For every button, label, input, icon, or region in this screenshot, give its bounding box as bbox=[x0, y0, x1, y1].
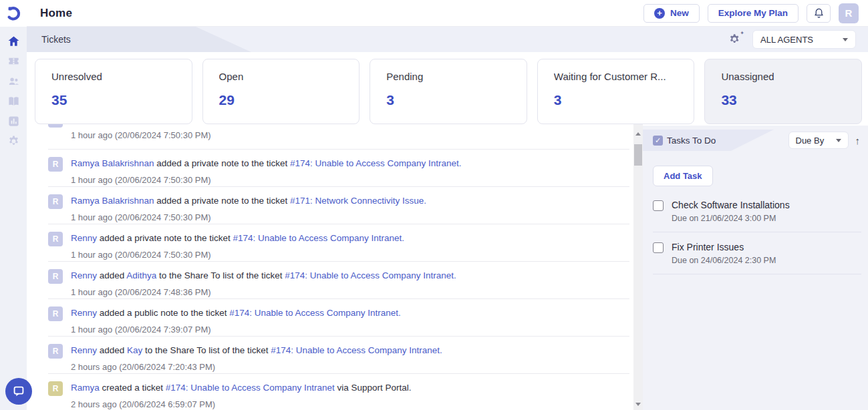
stat-label: Unassigned bbox=[721, 71, 845, 82]
header-actions: + New Explore My Plan R bbox=[643, 3, 859, 23]
feed-timestamp: 1 hour ago (20/06/2024 7:50:30 PM) bbox=[71, 250, 404, 260]
feed-timestamp: 1 hour ago (20/06/2024 7:39:07 PM) bbox=[71, 325, 401, 335]
feed-scrollbar[interactable] bbox=[633, 124, 643, 410]
feed-link[interactable]: Ramya Balakrishnan bbox=[71, 158, 154, 168]
explore-my-plan-button[interactable]: Explore My Plan bbox=[708, 4, 799, 23]
chat-widget-button[interactable] bbox=[5, 378, 32, 405]
new-button[interactable]: + New bbox=[643, 4, 700, 23]
add-task-button[interactable]: Add Task bbox=[653, 166, 713, 186]
tickets-toolbar: Tickets ✦ ALL AGENTS bbox=[27, 27, 868, 52]
sidebar-item-tickets[interactable] bbox=[7, 54, 20, 67]
tickets-icon bbox=[7, 55, 20, 67]
sidebar-item-home[interactable] bbox=[7, 34, 20, 47]
feed-text-segment: added a private note to the ticket bbox=[154, 196, 290, 206]
feed-link[interactable]: Renny bbox=[71, 270, 97, 280]
stat-card-open[interactable]: Open 29 bbox=[202, 59, 360, 124]
notifications-button[interactable] bbox=[807, 4, 831, 23]
task-list: Check Software InstallationsDue on 21/06… bbox=[653, 190, 861, 274]
feed-text-segment: added a private note to the ticket bbox=[154, 158, 290, 168]
feed-link[interactable]: #174: Unable to Access Company Intranet bbox=[166, 383, 335, 393]
sidebar-item-solutions[interactable] bbox=[7, 94, 20, 108]
stat-label: Waiting for Customer R... bbox=[554, 71, 678, 82]
tasks-panel-title: Tasks To Do bbox=[667, 136, 716, 146]
ticket-stats-row: Unresolved 35 Open 29 Pending 3 Waiting … bbox=[35, 59, 862, 124]
feed-text-segment: added a public note to the ticket bbox=[97, 308, 229, 318]
feed-link[interactable]: Adithya bbox=[126, 270, 156, 280]
tasks-header-controls: Due By ↑ bbox=[788, 132, 861, 149]
agents-filter-dropdown[interactable]: ALL AGENTS bbox=[752, 30, 856, 49]
new-button-label: New bbox=[670, 8, 689, 18]
feed-link[interactable]: #174: Unable to Access Company Intranet. bbox=[233, 233, 404, 243]
scroll-up-arrow-icon[interactable] bbox=[635, 132, 641, 136]
feed-link[interactable]: Renny bbox=[71, 308, 97, 318]
stat-card-pending[interactable]: Pending 3 bbox=[370, 59, 527, 124]
feed-item: RRamya Balakrishnan added a private note… bbox=[48, 187, 629, 224]
feed-timestamp: 1 hour ago (20/06/2024 7:50:30 PM) bbox=[71, 175, 462, 185]
feed-timestamp: 1 hour ago (20/06/2024 7:50:30 PM) bbox=[71, 130, 629, 140]
tasks-header-checkbox[interactable]: ✓ bbox=[653, 136, 663, 146]
stat-value: 3 bbox=[554, 92, 678, 108]
stat-card-unassigned[interactable]: Unassigned 33 bbox=[704, 59, 862, 124]
feed-link[interactable]: Renny bbox=[71, 233, 97, 243]
top-header-bar: Home + New Explore My Plan R bbox=[27, 0, 868, 27]
feed-item: RRamya created a ticket #174: Unable to … bbox=[48, 374, 629, 410]
feed-link[interactable]: #174: Unable to Access Company Intranet. bbox=[229, 308, 401, 318]
feed-text-segment: to the Share To list of the ticket bbox=[142, 345, 271, 355]
user-profile-avatar[interactable]: R bbox=[839, 3, 859, 23]
task-checkbox[interactable] bbox=[653, 200, 664, 211]
task-checkbox[interactable] bbox=[653, 242, 664, 253]
feed-link[interactable]: Ramya Balakrishnan bbox=[71, 196, 154, 206]
feed-link[interactable]: Renny bbox=[71, 345, 97, 355]
feed-link[interactable]: #174: Unable to Access Company Intranet. bbox=[290, 158, 462, 168]
sidebar-item-contacts[interactable] bbox=[7, 74, 20, 87]
tickets-tab-label: Tickets bbox=[41, 34, 71, 45]
feed-link[interactable]: #171: Network Connectivity Issue. bbox=[290, 196, 426, 206]
sort-direction-icon[interactable]: ↑ bbox=[855, 135, 861, 146]
brand-swirl-icon bbox=[5, 5, 21, 21]
task-body: Check Software InstallationsDue on 21/06… bbox=[672, 200, 790, 223]
feed-item: RRenny added Adithya to the Share To lis… bbox=[48, 262, 629, 299]
stat-card-waiting-customer[interactable]: Waiting for Customer R... 3 bbox=[537, 59, 695, 124]
feed-text-segment: to the Share To list of the ticket bbox=[156, 270, 285, 280]
feed-item-partial: R 1 hour ago (20/06/2024 7:50:30 PM) bbox=[48, 124, 629, 150]
activity-feed: R 1 hour ago (20/06/2024 7:50:30 PM) RRa… bbox=[48, 124, 629, 410]
feed-text: Ramya created a ticket #174: Unable to A… bbox=[71, 381, 412, 395]
feed-item-body: Renny added Adithya to the Share To list… bbox=[71, 269, 456, 298]
scrollbar-thumb[interactable] bbox=[634, 144, 642, 166]
tab-tickets[interactable]: Tickets bbox=[27, 27, 254, 52]
feed-link[interactable]: Ramya bbox=[71, 383, 100, 393]
feed-timestamp: 1 hour ago (20/06/2024 7:48:36 PM) bbox=[71, 287, 456, 297]
feed-timestamp: 2 hours ago (20/06/2024 6:59:07 PM) bbox=[71, 399, 412, 409]
stat-value: 35 bbox=[51, 92, 176, 108]
feed-timestamp: 2 hours ago (20/06/2024 7:20:43 PM) bbox=[71, 362, 442, 372]
feed-item: RRenny added a private note to the ticke… bbox=[48, 224, 629, 262]
chat-bubble-icon bbox=[11, 384, 26, 399]
sparkle-icon: ✦ bbox=[740, 30, 744, 36]
user-avatar: R bbox=[48, 194, 63, 209]
task-due-date: Due on 21/06/2024 3:00 PM bbox=[672, 214, 790, 223]
app-logo[interactable] bbox=[0, 0, 27, 27]
home-icon bbox=[7, 35, 20, 47]
feed-item-body: Renny added a public note to the ticket … bbox=[71, 306, 401, 336]
contacts-icon bbox=[7, 75, 20, 87]
stat-label: Pending bbox=[386, 71, 511, 82]
sidebar-item-analytics[interactable] bbox=[7, 114, 20, 128]
sidebar-item-settings[interactable] bbox=[7, 134, 20, 148]
feed-text: Renny added a public note to the ticket … bbox=[71, 306, 401, 320]
feed-link[interactable]: Kay bbox=[127, 345, 142, 355]
feed-item-body: Ramya Balakrishnan added a private note … bbox=[71, 194, 426, 224]
user-avatar: R bbox=[48, 344, 63, 359]
feed-link[interactable]: #174: Unable to Access Company Intranet. bbox=[285, 270, 456, 280]
tasks-sort-dropdown[interactable]: Due By bbox=[788, 132, 849, 149]
left-navigation-sidebar bbox=[0, 27, 27, 410]
feed-item-body: Renny added a private note to the ticket… bbox=[71, 232, 404, 261]
stat-card-unresolved[interactable]: Unresolved 35 bbox=[35, 59, 192, 124]
feed-text: Ramya Balakrishnan added a private note … bbox=[71, 194, 426, 208]
scroll-down-arrow-icon[interactable] bbox=[635, 403, 641, 406]
user-avatar: R bbox=[48, 232, 63, 246]
task-title: Fix Printer Issues bbox=[672, 242, 776, 252]
user-avatar: R bbox=[48, 157, 63, 172]
dashboard-settings-button[interactable]: ✦ bbox=[728, 32, 743, 47]
plus-icon: + bbox=[654, 8, 665, 19]
feed-link[interactable]: #174: Unable to Access Company Intranet. bbox=[271, 345, 442, 355]
